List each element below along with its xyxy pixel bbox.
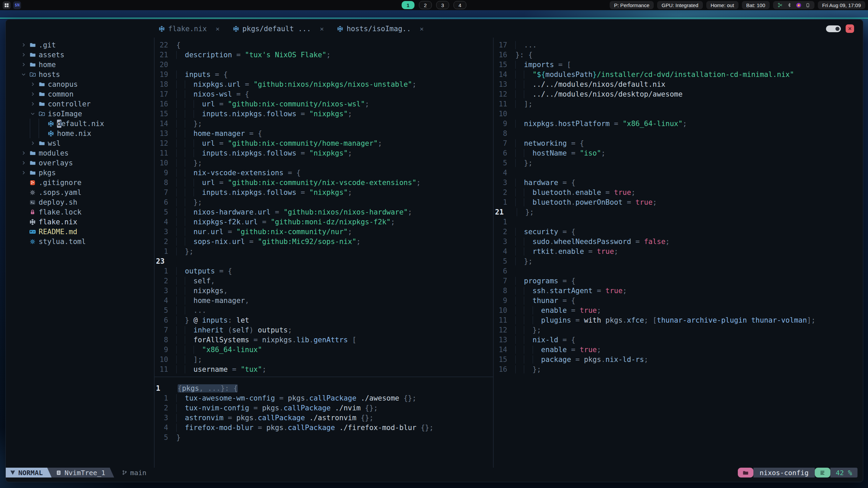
code-line[interactable]: 21 description = "tux's NixOS Flake"; bbox=[155, 50, 493, 60]
tree-item--sops-yaml[interactable]: .sops.yaml bbox=[6, 187, 154, 197]
code-line[interactable]: 5 ... bbox=[155, 305, 493, 315]
code-line[interactable]: 1 bbox=[494, 217, 863, 227]
code-line[interactable]: 5 }; bbox=[494, 256, 863, 266]
code-line[interactable]: 4 nixpkgs-f2k.url = "github:moni-dz/nixp… bbox=[155, 217, 493, 227]
tree-item-canopus[interactable]: canopus bbox=[6, 79, 154, 89]
code-line[interactable]: 23 bbox=[155, 256, 493, 266]
code-line[interactable]: 12 ../../modules/nixos/desktop/awesome bbox=[494, 89, 863, 99]
code-line[interactable]: 5} bbox=[155, 432, 493, 442]
tab-hosts-isoimag-[interactable]: hosts/isoImag..× bbox=[337, 25, 424, 33]
tree-item-hosts[interactable]: hosts bbox=[6, 69, 154, 79]
code-line[interactable]: 17 ... bbox=[494, 40, 863, 50]
code-line[interactable]: 8 url = "github:nix-community/nix-vscode… bbox=[155, 178, 493, 187]
code-line[interactable]: 16 }; bbox=[494, 364, 863, 374]
file-tree[interactable]: .gitassetshomehostscanopuscommoncontroll… bbox=[6, 38, 154, 468]
chevron-right-icon[interactable] bbox=[20, 52, 27, 57]
pane-hosts-isoimage-default-nix[interactable]: 17 ...16}: {15 imports = [14 "${modulesP… bbox=[494, 38, 863, 468]
code-line[interactable]: 14 }; bbox=[155, 119, 493, 128]
code-line[interactable]: 3 sudo.wheelNeedsPassword = false; bbox=[494, 237, 863, 246]
code-line[interactable]: 1 }; bbox=[155, 246, 493, 256]
code-line[interactable]: 12 url = "github:nix-community/home-mana… bbox=[155, 138, 493, 148]
tree-item--git[interactable]: .git bbox=[6, 40, 154, 50]
code-line[interactable]: 3 nur.url = "github:nix-community/nur"; bbox=[155, 227, 493, 237]
code-line[interactable]: 11 username = "tux"; bbox=[155, 364, 493, 374]
pane-pkgs-default-nix[interactable]: 1{pkgs, ...}: {1 tux-awesome-wm-config =… bbox=[155, 377, 493, 468]
code-line[interactable]: 3 nixpkgs, bbox=[155, 286, 493, 296]
tree-item-flake-lock[interactable]: flake.lock bbox=[6, 207, 154, 217]
code-line[interactable]: 6 } @ inputs: let bbox=[155, 315, 493, 325]
code-line[interactable]: 13 ../../modules/nixos/default.nix bbox=[494, 79, 863, 89]
code-line[interactable]: 13 nix-ld = { bbox=[494, 335, 863, 345]
code-line[interactable]: 8 bbox=[494, 128, 863, 138]
code-line[interactable]: 22{ bbox=[155, 40, 493, 50]
code-line[interactable]: 2 sops-nix.url = "github:Mic92/sops-nix"… bbox=[155, 237, 493, 246]
code-line[interactable]: 6 hostName = "iso"; bbox=[494, 148, 863, 158]
code-line[interactable]: 8 forAllSystems = nixpkgs.lib.genAttrs [ bbox=[155, 335, 493, 345]
code-line[interactable]: 5 }; bbox=[494, 158, 863, 168]
code-line[interactable]: 15 inputs.nixpkgs.follows = "nixpkgs"; bbox=[155, 109, 493, 119]
code-line[interactable]: 15 imports = [ bbox=[494, 60, 863, 69]
code-line[interactable]: 2 self, bbox=[155, 276, 493, 286]
chevron-right-icon[interactable] bbox=[29, 101, 36, 106]
tree-item-controller[interactable]: controller bbox=[6, 99, 154, 109]
code-line[interactable]: 4 home-manager, bbox=[155, 296, 493, 305]
code-line[interactable]: 11 plugins = with pkgs.xfce; [thunar-arc… bbox=[494, 315, 863, 325]
chevron-right-icon[interactable] bbox=[20, 160, 27, 165]
tree-item-deploy-sh[interactable]: deploy.sh bbox=[6, 197, 154, 207]
flameshot-icon[interactable] bbox=[796, 2, 802, 8]
code-line[interactable]: 16 url = "github:nix-community/nixos-wsl… bbox=[155, 99, 493, 109]
tree-item-assets[interactable]: assets bbox=[6, 50, 154, 60]
nvim-badge[interactable]: $N bbox=[13, 1, 21, 9]
workspace-button-4[interactable]: 4 bbox=[454, 1, 467, 9]
code-line[interactable]: 14 enable = true; bbox=[494, 345, 863, 354]
chevron-right-icon[interactable] bbox=[20, 170, 27, 175]
code-line[interactable]: 2 tux-nvim-config = pkgs.callPackage ./n… bbox=[155, 403, 493, 413]
tree-item-common[interactable]: common bbox=[6, 89, 154, 99]
code-line[interactable]: 11 ]; bbox=[494, 99, 863, 109]
code-line[interactable]: 6 }; bbox=[155, 197, 493, 207]
workspace-button-3[interactable]: 3 bbox=[436, 1, 449, 9]
chevron-down-icon[interactable] bbox=[20, 72, 27, 77]
command-line[interactable] bbox=[6, 477, 863, 482]
tree-item-flake-nix[interactable]: flake.nix bbox=[6, 217, 154, 227]
code-line[interactable]: 4 bbox=[494, 168, 863, 178]
code-line[interactable]: 7 inherit (self) outputs; bbox=[155, 325, 493, 335]
code-line[interactable]: 14 "${modulesPath}/installer/cd-dvd/inst… bbox=[494, 69, 863, 79]
scissors-icon[interactable] bbox=[777, 2, 783, 8]
code-line[interactable]: 4 firefox-mod-blur = pkgs.callPackage ./… bbox=[155, 423, 493, 432]
code-line[interactable]: 1{pkgs, ...}: { bbox=[155, 383, 493, 393]
tree-item-wsl[interactable]: wsl bbox=[6, 138, 154, 148]
chevron-down-icon[interactable] bbox=[29, 111, 36, 116]
code-line[interactable]: 10 }; bbox=[155, 158, 493, 168]
workspace-button-1[interactable]: 1 bbox=[402, 1, 415, 9]
window-close-button[interactable]: × bbox=[846, 24, 854, 33]
tree-item-modules[interactable]: modules bbox=[6, 148, 154, 158]
phone-icon[interactable] bbox=[806, 2, 810, 8]
code-line[interactable]: 4 rtkit.enable = true; bbox=[494, 246, 863, 256]
code-line[interactable]: 20 bbox=[155, 60, 493, 69]
code-line[interactable]: 11 inputs.nixpkgs.follows = "nixpkgs"; bbox=[155, 148, 493, 158]
code-line[interactable]: 7 networking = { bbox=[494, 138, 863, 148]
chevron-right-icon[interactable] bbox=[29, 141, 36, 146]
chevron-right-icon[interactable] bbox=[20, 150, 27, 156]
code-line[interactable]: 3 hardware = { bbox=[494, 178, 863, 187]
code-line[interactable]: 9 nixpkgs.hostPlatform = "x86_64-linux"; bbox=[494, 119, 863, 128]
code-line[interactable]: 10 bbox=[494, 109, 863, 119]
code-line[interactable]: 17 nixos-wsl = { bbox=[155, 89, 493, 99]
code-line[interactable]: 6 bbox=[494, 266, 863, 276]
code-line[interactable]: 8 ssh.startAgent = true; bbox=[494, 286, 863, 296]
workspace-button-2[interactable]: 2 bbox=[419, 1, 432, 9]
tab-flake-nix[interactable]: flake.nix× bbox=[158, 25, 220, 33]
code-line[interactable]: 12 }; bbox=[494, 325, 863, 335]
code-line[interactable]: 1 bluetooth.powerOnBoot = true; bbox=[494, 197, 863, 207]
code-line[interactable]: 7 inputs.nixpkgs.follows = "nixpkgs"; bbox=[155, 187, 493, 197]
chevron-right-icon[interactable] bbox=[20, 42, 27, 47]
code-line[interactable]: 2 bluetooth.enable = true; bbox=[494, 187, 863, 197]
code-line[interactable]: 10 ]; bbox=[155, 354, 493, 364]
code-line[interactable]: 3 astronvim = pkgs.callPackage ./astronv… bbox=[155, 413, 493, 423]
tree-item-overlays[interactable]: overlays bbox=[6, 158, 154, 168]
tab-close-icon[interactable]: × bbox=[320, 25, 324, 33]
tree-item-home[interactable]: home bbox=[6, 60, 154, 69]
code-line[interactable]: 9 "x86_64-linux" bbox=[155, 345, 493, 354]
window-toggle-button[interactable] bbox=[826, 25, 841, 32]
